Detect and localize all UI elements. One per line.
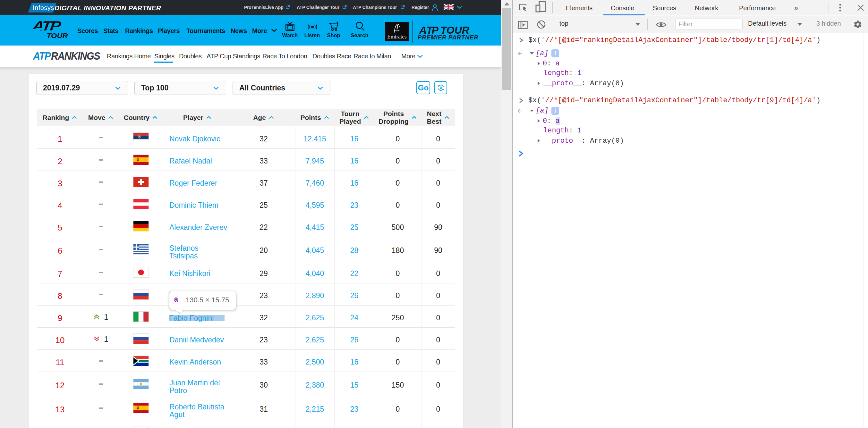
svg-text:TOUR: TOUR bbox=[46, 32, 68, 39]
svg-text:ATP: ATP bbox=[33, 20, 62, 33]
